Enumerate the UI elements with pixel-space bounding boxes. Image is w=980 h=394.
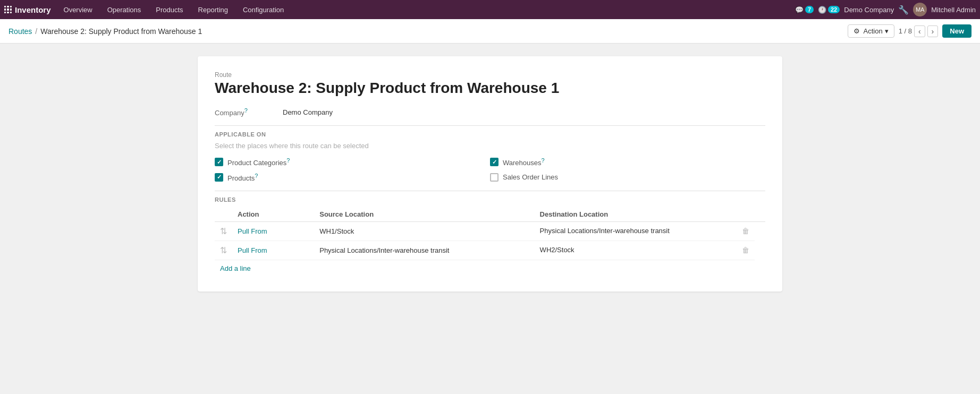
form-card: Route Warehouse 2: Supply Product from W… — [198, 56, 782, 292]
rules-table-header: Action Source Location Destination Locat… — [215, 207, 765, 222]
product-categories-label: Product Categories? — [227, 157, 290, 167]
new-button[interactable]: New — [942, 24, 971, 38]
nav-overview[interactable]: Overview — [57, 0, 99, 19]
nav-reporting[interactable]: Reporting — [192, 0, 234, 19]
th-drag — [215, 207, 232, 222]
action-link-2[interactable]: Pull From — [238, 246, 267, 254]
th-destination: Destination Location — [535, 207, 755, 222]
applicable-on-hint: Select the places where this route can b… — [215, 142, 765, 150]
action-cell-1: Pull From — [232, 221, 314, 241]
company-field-value: Demo Company — [283, 108, 333, 116]
products-label: Products? — [227, 173, 258, 182]
avatar: MA — [913, 3, 927, 16]
add-line-button[interactable]: Add a line — [215, 260, 256, 277]
sales-order-lines-row: Sales Order Lines — [490, 173, 765, 182]
action-button[interactable]: ⚙ Action ▾ — [848, 24, 894, 38]
company-field-row: Company? Demo Company — [215, 107, 765, 117]
breadcrumb-actions: ⚙ Action ▾ 1 / 8 ‹ › New — [848, 24, 971, 38]
applicable-on-title: APPLICABLE ON — [215, 131, 765, 138]
activity-count: 22 — [828, 6, 840, 13]
drag-handle-icon-2: ⇅ — [220, 246, 227, 255]
source-cell-2: Physical Locations/Inter-warehouse trans… — [314, 241, 534, 260]
messages-badge[interactable]: 💬 7 — [795, 6, 814, 14]
prev-page-button[interactable]: ‹ — [914, 25, 925, 37]
sales-order-lines-checkbox[interactable] — [490, 173, 499, 182]
warehouses-label: Warehouses? — [503, 157, 545, 167]
table-row: ⇅ Pull From WH1/Stock Physical Locations… — [215, 221, 765, 241]
th-source: Source Location — [314, 207, 534, 222]
product-categories-checkbox[interactable] — [215, 158, 223, 166]
company-field-label: Company? — [215, 107, 278, 117]
next-page-button[interactable]: › — [927, 25, 939, 37]
products-checkbox[interactable] — [215, 173, 223, 182]
product-categories-row: Product Categories? — [215, 157, 490, 167]
product-categories-help-icon[interactable]: ? — [286, 157, 290, 164]
wrench-icon[interactable]: 🔧 — [898, 5, 909, 15]
company-name: Demo Company — [844, 6, 894, 14]
grid-icon — [4, 6, 12, 13]
brand[interactable]: Inventory — [4, 5, 51, 14]
products-row: Products? — [215, 173, 490, 182]
nav-configuration[interactable]: Configuration — [236, 0, 290, 19]
rules-title: RULES — [215, 196, 765, 203]
warehouses-help-icon[interactable]: ? — [542, 157, 545, 164]
nav-products[interactable]: Products — [149, 0, 189, 19]
th-action: Action — [232, 207, 314, 222]
action-cell-2: Pull From — [232, 241, 314, 260]
form-title: Warehouse 2: Supply Product from Warehou… — [215, 80, 765, 97]
drag-handle-1[interactable]: ⇅ — [215, 221, 232, 241]
delete-row-2-icon[interactable]: 🗑 — [742, 246, 749, 254]
delete-row-1-icon[interactable]: 🗑 — [742, 227, 749, 235]
dest-cell-2: WH2/Stock 🗑 — [535, 241, 755, 260]
navbar-right: 💬 7 🕐 22 Demo Company 🔧 MA Mitchell Admi… — [795, 3, 976, 16]
dest-cell-1: Physical Locations/Inter-warehouse trans… — [535, 221, 755, 241]
clock-icon: 🕐 — [818, 6, 826, 14]
chat-icon: 💬 — [795, 6, 804, 14]
pagination: 1 / 8 ‹ › — [899, 25, 939, 37]
divider-applicable — [215, 125, 765, 126]
gear-icon: ⚙ — [854, 27, 860, 35]
breadcrumb: Routes / Warehouse 2: Supply Product fro… — [9, 27, 202, 36]
navbar: Inventory Overview Operations Products R… — [0, 0, 980, 19]
warehouses-row: Warehouses? — [490, 157, 765, 167]
breadcrumb-bar: Routes / Warehouse 2: Supply Product fro… — [0, 19, 980, 44]
activity-badge[interactable]: 🕐 22 — [818, 6, 840, 14]
th-actions-col — [755, 207, 765, 222]
breadcrumb-parent[interactable]: Routes — [9, 27, 32, 36]
warehouses-checkbox[interactable] — [490, 158, 499, 166]
source-cell-1: WH1/Stock — [314, 221, 534, 241]
user-name: Mitchell Admin — [931, 6, 976, 14]
breadcrumb-separator: / — [35, 27, 37, 36]
drag-handle-2[interactable]: ⇅ — [215, 241, 232, 260]
divider-rules — [215, 191, 765, 191]
main-content: Route Warehouse 2: Supply Product from W… — [0, 44, 980, 304]
pagination-text: 1 / 8 — [899, 27, 912, 35]
chevron-down-icon: ▾ — [885, 27, 889, 35]
messages-count: 7 — [805, 6, 814, 13]
rules-table: Action Source Location Destination Locat… — [215, 207, 765, 260]
applicable-on-grid: Product Categories? Warehouses? Products… — [215, 157, 765, 182]
brand-label: Inventory — [15, 5, 51, 14]
drag-handle-icon-1: ⇅ — [220, 227, 227, 236]
nav-operations[interactable]: Operations — [101, 0, 148, 19]
action-link-1[interactable]: Pull From — [238, 227, 267, 235]
breadcrumb-current: Warehouse 2: Supply Product from Warehou… — [40, 27, 202, 36]
route-label: Route — [215, 71, 765, 79]
products-help-icon[interactable]: ? — [255, 173, 258, 179]
table-row: ⇅ Pull From Physical Locations/Inter-war… — [215, 241, 765, 260]
sales-order-lines-label: Sales Order Lines — [503, 173, 558, 181]
company-help-icon[interactable]: ? — [244, 107, 248, 114]
